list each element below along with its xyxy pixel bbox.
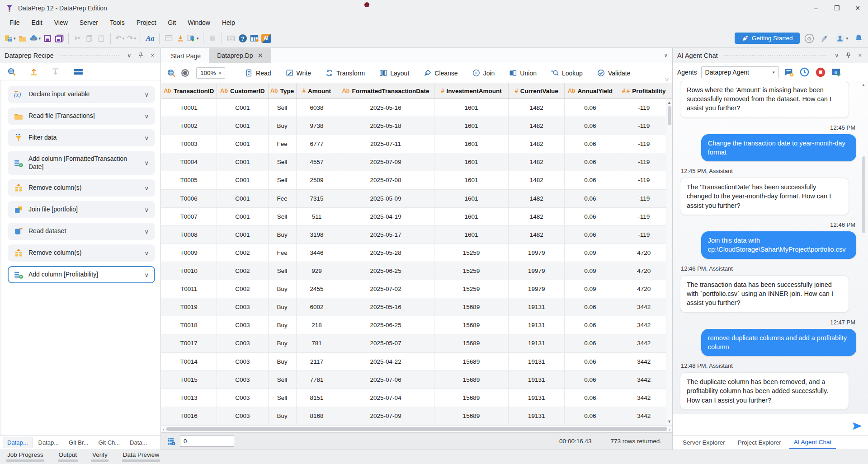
table-cell[interactable]: C003 [217,407,268,425]
table-cell[interactable]: 0.06 [565,353,616,370]
left-dock-tab[interactable]: Datap... [3,437,33,448]
table-cell[interactable]: C001 [217,190,268,207]
table-row[interactable]: T0015C003Sell77812025-07-0615689191310.0… [161,371,672,389]
table-tools-button[interactable] [249,32,260,45]
open-file-button[interactable] [17,32,28,45]
table-cell[interactable]: 0.09 [565,280,616,298]
table-cell[interactable]: 1482 [509,226,565,244]
table-cell[interactable]: Buy [269,298,297,316]
agent-settings-button[interactable]: ⚙ [830,67,842,78]
table-cell[interactable]: C003 [217,353,268,370]
table-cell[interactable]: C001 [217,171,268,189]
table-cell[interactable]: Buy [269,334,297,352]
cut-button[interactable]: ✂ [72,32,84,45]
horizontal-scrollbar[interactable]: ‹ › [161,425,672,432]
table-cell[interactable]: C003 [217,371,268,389]
maximize-button[interactable]: ❒ [826,0,847,16]
table-cell[interactable]: 19979 [509,244,565,262]
chevron-down-icon[interactable]: ∨ [833,52,841,59]
chevron-down-icon[interactable]: ∨ [144,135,149,141]
table-row[interactable]: T0007C001Sell5112025-04-19160114820.06-1… [161,208,672,226]
recipe-step[interactable]: Remove column(s) ∨ [8,179,155,197]
table-cell[interactable]: T0018 [161,316,217,334]
bottom-dock-item[interactable]: Job Progress [6,451,44,462]
table-cell[interactable]: 2025-06-25 [337,262,434,280]
agent-select[interactable]: Dataprep Agent▾ [701,66,779,78]
save-button[interactable] [42,32,53,45]
sync-settings-button[interactable]: ⚙ [803,32,815,45]
table-cell[interactable]: Buy [269,226,297,244]
right-dock-tab[interactable]: AI Agent Chat [789,436,836,449]
table-row[interactable]: T0006C001Fee73152025-05-09160114820.06-1… [161,190,672,208]
menu-item[interactable]: Help [216,18,241,28]
table-cell[interactable]: 1601 [434,190,509,207]
table-cell[interactable]: 2025-05-07 [337,334,434,352]
table-cell[interactable]: T0009 [161,244,217,262]
new-chat-button[interactable] [783,67,795,78]
table-cell[interactable]: 1601 [434,208,509,225]
panel-drag-handle[interactable] [59,54,120,57]
menu-item[interactable]: Project [131,18,162,28]
zoom-recipe-button[interactable] [7,67,16,76]
table-row[interactable]: T0016C003Buy81682025-07-0915689191310.06… [161,407,672,425]
table-cell[interactable]: 2455 [297,280,337,298]
table-cell[interactable]: T0005 [161,171,217,189]
table-cell[interactable]: 4720 [616,262,672,280]
table-row[interactable]: T0009C002Fee34462025-05-2815259199790.09… [161,244,672,262]
table-row[interactable]: T0017C003Buy7812025-05-0715689191310.063… [161,334,672,352]
undo-button[interactable]: ↶▾ [114,32,126,45]
minimize-button[interactable]: – [806,0,826,16]
table-cell[interactable]: 2117 [297,353,337,370]
save-all-button[interactable] [53,32,65,45]
menu-item[interactable]: Git [162,18,182,28]
table-cell[interactable]: 0.09 [565,262,616,280]
list-view-button[interactable] [73,68,83,76]
vertical-scrollbar[interactable]: ▲ ▼ [666,99,672,425]
table-cell[interactable]: T0007 [161,208,217,225]
table-cell[interactable]: 8168 [297,407,337,425]
table-cell[interactable]: 4720 [616,280,672,298]
table-cell[interactable]: 15689 [434,407,509,425]
recipe-step[interactable]: Filter data ∨ [8,129,155,146]
table-cell[interactable]: Buy [269,117,297,135]
table-cell[interactable]: T0010 [161,262,217,280]
chevron-down-icon[interactable]: ∨ [144,228,149,235]
ribbon-button[interactable]: Layout [373,66,415,80]
table-cell[interactable]: 929 [297,262,337,280]
table-cell[interactable]: 1482 [509,171,565,189]
grid-column-header[interactable]: # CurrentValue [509,83,565,98]
table-cell[interactable]: 0.06 [565,226,616,244]
table-cell[interactable]: 1482 [509,117,565,135]
table-cell[interactable]: -119 [616,208,672,225]
help-button[interactable]: ? [237,32,249,45]
table-cell[interactable]: Buy [269,280,297,298]
table-cell[interactable]: 0.06 [565,316,616,334]
recipe-step[interactable]: Join file [portfolio] ∨ [8,201,155,218]
table-row[interactable]: T0014C003Buy21172025-04-2215689191310.06… [161,353,672,371]
bottom-dock-item[interactable]: Output [58,451,78,462]
open-cloud-button[interactable]: ▾ [28,32,42,45]
table-cell[interactable]: 4720 [616,244,672,262]
table-cell[interactable]: 2025-05-28 [337,244,434,262]
table-cell[interactable]: Fee [269,135,297,153]
table-cell[interactable]: -119 [616,153,672,171]
grid-column-header[interactable]: Ab AnnualYield [565,83,616,98]
table-cell[interactable]: T0016 [161,407,217,425]
table-cell[interactable]: 15689 [434,371,509,389]
table-cell[interactable]: 7781 [297,371,337,389]
table-cell[interactable]: 3198 [297,226,337,244]
chevron-down-icon[interactable]: ∨ [144,185,149,192]
table-cell[interactable]: 1601 [434,226,509,244]
table-cell[interactable]: 4557 [297,153,337,171]
table-cell[interactable]: 3446 [297,244,337,262]
table-cell[interactable]: C002 [217,280,268,298]
table-cell[interactable]: 15689 [434,334,509,352]
ribbon-button[interactable]: Cleanse [418,66,463,80]
table-cell[interactable]: 0.06 [565,171,616,189]
table-cell[interactable]: 9738 [297,117,337,135]
grid-column-header[interactable]: Ab TransactionID [161,83,217,98]
close-icon[interactable]: ✕ [258,52,264,60]
document-tab[interactable]: Dataprep.Dp ✕ [209,48,271,63]
table-cell[interactable]: 1601 [434,135,509,153]
table-cell[interactable]: 2025-07-04 [337,389,434,407]
